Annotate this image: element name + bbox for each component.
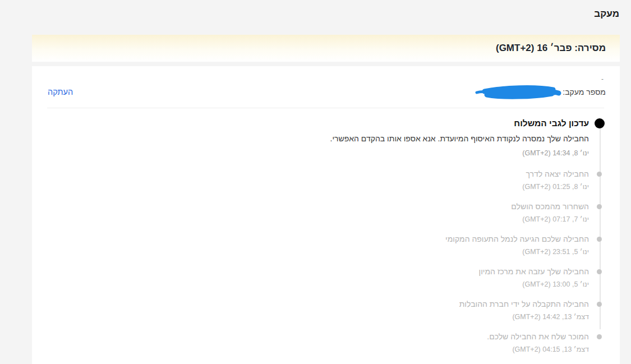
tracking-number-label: מספר מעקב:: [563, 87, 606, 96]
event-timestamp: ינו׳ 7, 07:17 (GMT+2): [48, 215, 589, 224]
event-timestamp: ינו׳ 8, 01:25 (GMT+2): [48, 183, 589, 191]
event-title: השחרור מהמכס הושלם: [48, 202, 589, 211]
timeline-dot-icon: [597, 172, 602, 177]
timeline-event: החבילה יצאה לדרך ינו׳ 8, 01:25 (GMT+2): [48, 169, 589, 191]
timeline-event: השחרור מהמכס הושלם ינו׳ 7, 07:17 (GMT+2): [48, 202, 589, 224]
page-title: מעקב: [0, 0, 631, 20]
timeline-connector-line: [600, 126, 601, 329]
timeline-event: החבילה שלך עזבה את מרכז המיון ינו׳ 5, 13…: [48, 267, 589, 289]
timeline-event: החבילה התקבלה על ידי חברת ההובלות דצמ׳ 1…: [48, 300, 589, 321]
timeline-dot-icon: [597, 334, 602, 339]
placeholder-dash: -: [32, 66, 620, 81]
tracking-card: - מספר מעקב: העתקה עדכון לגבי המשלוח החב…: [32, 66, 620, 364]
timeline-event: החבילה שלכם הגיעה לנמל התעופה המקומי ינו…: [48, 234, 589, 256]
event-title: החבילה התקבלה על ידי חברת ההובלות: [48, 300, 589, 309]
tracking-number-row: מספר מעקב: העתקה: [32, 81, 620, 100]
event-timestamp: דצמ׳ 13, 04:15 (GMT+2): [48, 345, 589, 354]
timeline-event: המוכר שלח את החבילה שלכם. דצמ׳ 13, 04:15…: [48, 332, 589, 354]
delivery-estimate-text: מסירה: פבר׳ 16 (GMT+2): [496, 43, 606, 54]
timeline-dot-icon: [595, 118, 605, 128]
shipment-timeline: עדכון לגבי המשלוח החבילה שלך נמסרה לנקוד…: [32, 108, 620, 354]
delivery-estimate-banner: מסירה: פבר׳ 16 (GMT+2): [32, 35, 620, 62]
timeline-dot-icon: [597, 302, 602, 307]
event-description: החבילה שלך נמסרה לנקודת האיסוף המיועדת. …: [48, 134, 589, 144]
event-title: עדכון לגבי המשלוח: [48, 118, 589, 128]
timeline-dot-icon: [597, 237, 602, 242]
timeline-event: עדכון לגבי המשלוח החבילה שלך נמסרה לנקוד…: [48, 118, 589, 158]
event-title: החבילה יצאה לדרך: [48, 169, 589, 179]
event-timestamp: ינו׳ 5, 23:51 (GMT+2): [48, 248, 589, 256]
event-title: החבילה שלך עזבה את מרכז המיון: [48, 267, 589, 277]
event-title: המוכר שלח את החבילה שלכם.: [48, 332, 589, 342]
timeline-events: עדכון לגבי המשלוח החבילה שלך נמסרה לנקוד…: [48, 118, 589, 354]
copy-tracking-number-link[interactable]: העתקה: [48, 87, 73, 96]
event-timestamp: ינו׳ 8, 14:34 (GMT+2): [48, 149, 589, 158]
event-timestamp: ינו׳ 5, 13:00 (GMT+2): [48, 280, 589, 289]
tracking-number-group: מספר מעקב:: [475, 84, 606, 100]
redacted-tracking-number-scribble: [475, 84, 562, 100]
event-timestamp: דצמ׳ 13, 14:42 (GMT+2): [48, 313, 589, 321]
timeline-dot-icon: [597, 204, 602, 209]
timeline-dot-icon: [597, 269, 602, 274]
event-title: החבילה שלכם הגיעה לנמל התעופה המקומי: [48, 234, 589, 244]
